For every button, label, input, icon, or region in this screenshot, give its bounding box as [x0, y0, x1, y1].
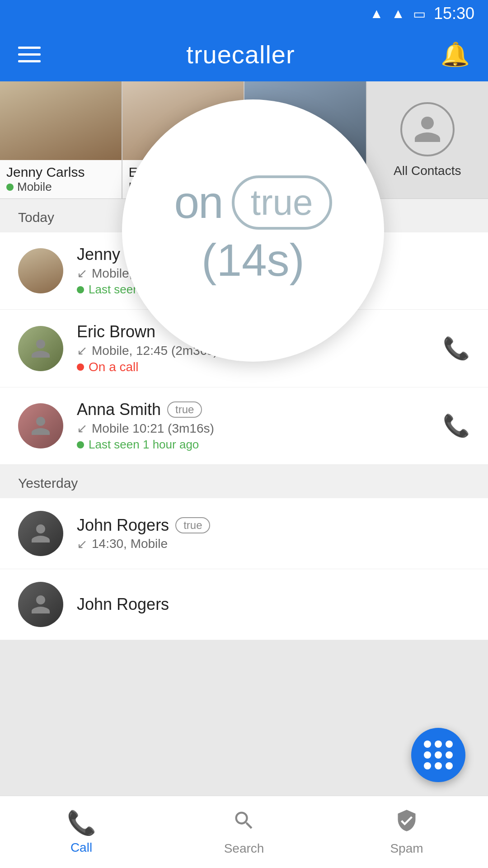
overlay-circle: on true (14s): [122, 99, 384, 362]
overlay-duration: (14s): [202, 234, 305, 286]
status-dot-jenny: [77, 286, 84, 293]
avatar-john1: [18, 511, 63, 556]
fab-grid-icon: [415, 731, 462, 778]
nav-search[interactable]: Search: [163, 809, 325, 856]
contact-name-jenny: Jenny Carlss: [6, 165, 115, 180]
nav-label-search: Search: [224, 841, 264, 856]
avatar-anna: [18, 403, 63, 448]
call-item-john2[interactable]: John Rogers: [0, 569, 488, 640]
call-item-john1[interactable]: John Rogers true ↙ 14:30, Mobile: [0, 498, 488, 569]
contact-type-jenny: Mobile: [6, 180, 115, 194]
battery-icon: ▭: [413, 6, 426, 22]
status-bar: ▲ ▲ ▭ 15:30: [0, 0, 488, 27]
call-name-anna: Anna Smith true: [77, 400, 443, 419]
contact-card-jenny[interactable]: Jenny Carlss Mobile: [0, 81, 122, 198]
yesterday-header: Yesterday: [0, 465, 488, 498]
dialpad-fab[interactable]: [411, 728, 465, 782]
call-name-john1: John Rogers true: [77, 516, 470, 535]
overlay-on-true: on true: [174, 175, 332, 230]
call-arrow-jenny: ↙: [77, 266, 87, 281]
all-contacts-card[interactable]: All Contacts: [367, 81, 488, 198]
overlay-on-text: on: [174, 176, 222, 228]
status-dot-eric: [77, 363, 84, 371]
nav-label-spam: Spam: [390, 841, 423, 856]
avatar-eric: [18, 326, 63, 371]
online-dot-jenny: [6, 184, 14, 191]
status-dot-anna: [77, 441, 84, 448]
call-detail-john1: ↙ 14:30, Mobile: [77, 537, 470, 552]
shield-icon: [395, 809, 418, 838]
status-time: 15:30: [434, 4, 474, 23]
overlay-true-badge: true: [232, 175, 332, 230]
avatar-john2: [18, 582, 63, 627]
nav-spam[interactable]: Spam: [325, 809, 488, 856]
avatar-jenny: [18, 248, 63, 293]
bell-icon[interactable]: 🔔: [441, 41, 470, 68]
true-badge-anna: true: [167, 401, 202, 418]
call-phone-icon-eric[interactable]: 📞: [443, 336, 470, 361]
call-arrow-anna: ↙: [77, 421, 87, 436]
call-status-anna: Last seen 1 hour ago: [77, 438, 443, 452]
app-bar: truecaller 🔔: [0, 27, 488, 81]
call-status-eric: On a call: [77, 360, 443, 374]
status-icons: ▲ ▲ ▭ 15:30: [370, 4, 475, 23]
all-contacts-label: All Contacts: [394, 164, 461, 178]
last-seen-anna: Last seen 1 hour ago: [89, 438, 199, 452]
call-detail-anna: ↙ Mobile 10:21 (3m16s): [77, 421, 443, 436]
menu-button[interactable]: [18, 47, 41, 62]
app-title: truecaller: [186, 40, 295, 69]
phone-icon: 📞: [67, 809, 96, 837]
bottom-nav: 📞 Call Search Spam: [0, 796, 488, 868]
call-info-john2: John Rogers: [77, 595, 470, 614]
search-icon: [232, 809, 256, 838]
call-phone-icon-anna[interactable]: 📞: [443, 413, 470, 439]
true-badge-john1: true: [175, 517, 210, 533]
call-name-john2: John Rogers: [77, 595, 470, 614]
on-a-call-eric: On a call: [89, 360, 139, 374]
call-arrow-john1: ↙: [77, 537, 87, 552]
call-arrow-eric: ↙: [77, 343, 87, 358]
yesterday-section: Yesterday John Rogers true ↙ 14:30, Mobi…: [0, 465, 488, 640]
signal-icon: ▲: [391, 6, 405, 21]
call-info-anna: Anna Smith true ↙ Mobile 10:21 (3m16s) L…: [77, 400, 443, 452]
wifi-icon: ▲: [370, 6, 384, 21]
nav-label-call: Call: [70, 840, 92, 855]
call-info-john1: John Rogers true ↙ 14:30, Mobile: [77, 516, 470, 552]
all-contacts-icon: [400, 102, 455, 156]
nav-call[interactable]: 📞 Call: [0, 809, 163, 855]
call-item-anna[interactable]: Anna Smith true ↙ Mobile 10:21 (3m16s) L…: [0, 387, 488, 465]
